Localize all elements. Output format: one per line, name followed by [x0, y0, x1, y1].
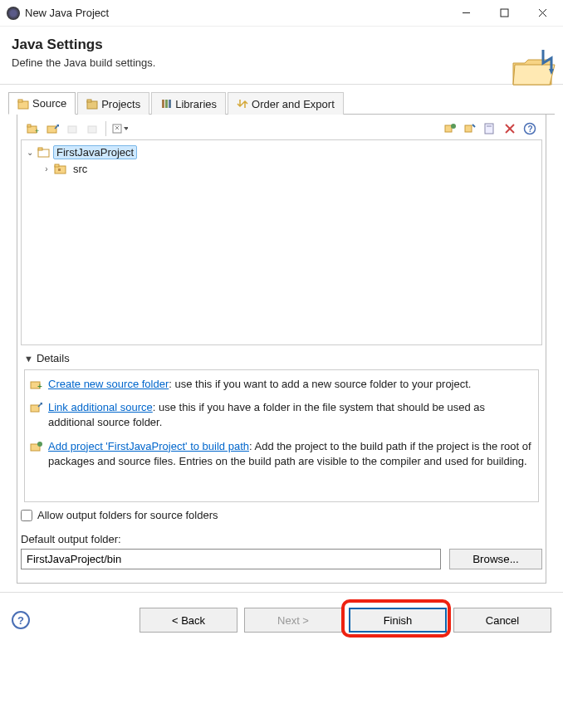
expand-arrow-icon[interactable]: ›: [42, 164, 51, 173]
next-button: Next >: [244, 608, 342, 633]
tree-src-label[interactable]: src: [70, 163, 91, 175]
svg-rect-31: [38, 148, 42, 150]
order-export-icon: [237, 98, 248, 110]
svg-rect-33: [55, 164, 59, 167]
svg-rect-21: [445, 125, 452, 132]
svg-rect-1: [501, 9, 508, 17]
toolbar-delete-icon[interactable]: [501, 120, 519, 138]
tab-libraries[interactable]: Libraries: [151, 92, 226, 115]
help-icon[interactable]: ?: [521, 120, 539, 138]
titlebar: New Java Project: [0, 0, 563, 27]
default-output-label: Default output folder:: [21, 533, 542, 545]
svg-text:+: +: [35, 127, 39, 135]
allow-output-label: Allow output folders for source folders: [37, 509, 218, 521]
allow-output-row[interactable]: Allow output folders for source folders: [21, 509, 542, 521]
libraries-icon: [160, 98, 172, 110]
build-path-tabs: Source Projects Libraries Order and Expo…: [8, 91, 555, 115]
minimize-button[interactable]: [447, 1, 485, 26]
window-title: New Java Project: [25, 7, 447, 19]
back-button[interactable]: < Back: [140, 608, 237, 633]
link-source-icon: [30, 401, 43, 414]
tab-projects-label: Projects: [101, 98, 140, 110]
help-button[interactable]: ?: [12, 611, 30, 629]
banner-folder-icon: [510, 46, 558, 90]
source-folder-icon: [17, 98, 29, 110]
svg-rect-23: [465, 125, 472, 132]
details-section: ▼ Details + Create new source folder: us…: [21, 345, 542, 502]
svg-rect-19: [113, 125, 121, 133]
toolbar-icon-1[interactable]: [441, 120, 459, 138]
source-panel: + ? ⌄ FirstJavaProject › src ▼ Detail: [17, 115, 546, 584]
projects-icon: [86, 98, 98, 110]
wizard-header: Java Settings Define the Java build sett…: [0, 27, 563, 85]
svg-rect-34: [58, 169, 61, 171]
details-toggle[interactable]: ▼ Details: [24, 352, 539, 364]
page-title: Java Settings: [12, 37, 551, 53]
source-tree[interactable]: ⌄ FirstJavaProject › src: [21, 139, 542, 345]
svg-text:?: ?: [528, 125, 533, 134]
add-project-icon: [30, 440, 43, 453]
wizard-footer: ? < Back Next > Finish Cancel: [0, 592, 563, 644]
svg-rect-9: [162, 100, 164, 108]
tree-src-row[interactable]: › src: [25, 160, 538, 177]
svg-rect-13: [27, 125, 31, 127]
collapse-arrow-icon: ▼: [24, 354, 33, 364]
toolbar-icon-2[interactable]: [461, 120, 479, 138]
cancel-button[interactable]: Cancel: [453, 608, 551, 633]
svg-rect-15: [47, 126, 56, 133]
source-toolbar: + ?: [21, 118, 542, 139]
tab-order-export-label: Order and Export: [252, 98, 335, 110]
svg-point-40: [37, 442, 42, 447]
svg-rect-6: [18, 100, 22, 102]
link-source-link[interactable]: Link additional source: [48, 401, 153, 413]
add-project-link[interactable]: Add project 'FirstJavaProject' to build …: [48, 440, 249, 452]
svg-text:+: +: [37, 382, 42, 391]
allow-output-checkbox[interactable]: [21, 510, 32, 521]
svg-rect-10: [165, 100, 168, 108]
svg-rect-17: [68, 126, 76, 133]
remove-button[interactable]: [84, 120, 102, 138]
svg-marker-20: [124, 127, 128, 130]
edit-button[interactable]: [64, 120, 82, 138]
tab-order-export[interactable]: Order and Export: [228, 92, 344, 115]
detail-create-source: + Create new source folder: use this if …: [30, 377, 533, 392]
close-button[interactable]: [523, 1, 561, 26]
finish-button[interactable]: Finish: [349, 608, 447, 633]
eclipse-icon: [7, 7, 20, 20]
svg-point-22: [451, 124, 456, 129]
svg-rect-37: [31, 405, 39, 412]
maximize-button[interactable]: [485, 1, 523, 26]
details-heading: Details: [37, 352, 70, 364]
svg-rect-11: [169, 100, 171, 108]
svg-rect-18: [88, 126, 96, 133]
svg-rect-8: [87, 100, 91, 102]
toolbar-icon-3[interactable]: [481, 120, 499, 138]
tab-libraries-label: Libraries: [175, 98, 217, 110]
expand-arrow-icon[interactable]: ⌄: [25, 148, 35, 157]
default-output-input[interactable]: [21, 549, 441, 569]
package-folder-icon: [54, 163, 67, 174]
detail-link-source: Link additional source: use this if you …: [30, 400, 533, 430]
add-folder-button[interactable]: +: [24, 120, 42, 138]
browse-button[interactable]: Browse...: [449, 549, 542, 569]
new-folder-icon: +: [30, 378, 43, 391]
page-subtitle: Define the Java build settings.: [12, 56, 551, 69]
tree-project-row[interactable]: ⌄ FirstJavaProject: [25, 144, 538, 160]
svg-rect-24: [485, 124, 493, 134]
tree-project-label[interactable]: FirstJavaProject: [53, 145, 137, 159]
link-folder-button[interactable]: [44, 120, 62, 138]
tab-projects[interactable]: Projects: [77, 92, 149, 115]
toggle-button[interactable]: [110, 120, 129, 138]
create-source-link[interactable]: Create new source folder: [48, 378, 169, 390]
details-body[interactable]: + Create new source folder: use this if …: [24, 369, 539, 502]
tab-source[interactable]: Source: [8, 92, 76, 115]
detail-text: : use this if you want to add a new sour…: [169, 378, 471, 390]
detail-add-project: Add project 'FirstJavaProject' to build …: [30, 439, 533, 469]
tab-source-label: Source: [32, 97, 66, 110]
project-folder-icon: [37, 146, 51, 158]
